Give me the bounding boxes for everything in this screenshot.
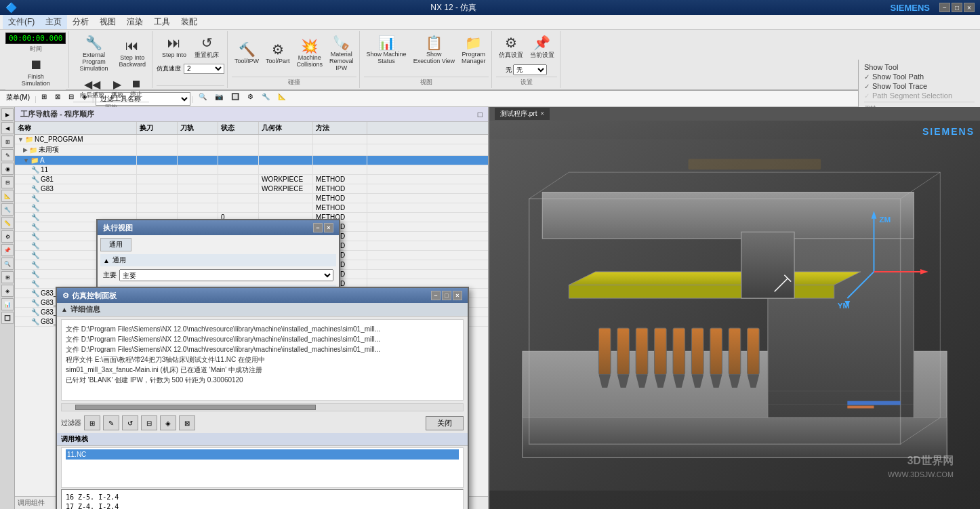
- details-expand-icon[interactable]: ▲: [61, 306, 68, 313]
- tb2-btn2[interactable]: ⊠: [52, 92, 64, 106]
- play-button[interactable]: ▶ 播放: [108, 76, 126, 102]
- left-btn4[interactable]: ✎: [1, 149, 14, 161]
- program-manager-button[interactable]: 📁 ProgramManager: [459, 33, 489, 66]
- table-row[interactable]: ▼ 📁 NC_PROGRAM: [15, 135, 488, 144]
- exec-dialog-close-button[interactable]: ×: [324, 223, 333, 232]
- view-btn4[interactable]: ⚙: [244, 92, 257, 106]
- table-row[interactable]: ▼ 📁 A: [15, 156, 488, 165]
- nav-close-button[interactable]: □: [478, 110, 483, 119]
- filter-btn-4[interactable]: ⊟: [141, 415, 157, 430]
- show-tool-path-item[interactable]: ✓ Show Tool Path: [864, 72, 975, 81]
- viewport-tab[interactable]: 测试程序.prt ×: [495, 108, 550, 120]
- left-btn5[interactable]: ◉: [1, 163, 14, 175]
- filter-btn-6[interactable]: ⊠: [179, 415, 195, 430]
- left-btn9[interactable]: 📏: [1, 217, 14, 229]
- log-scrollbar-thumb[interactable]: [75, 405, 316, 410]
- nc-file-item[interactable]: 11.NC: [66, 449, 459, 460]
- filter-btn-3[interactable]: ↺: [122, 415, 138, 430]
- view-btn6[interactable]: 📐: [274, 92, 289, 106]
- left-btn13[interactable]: ⊞: [1, 271, 14, 283]
- material-removal-button[interactable]: 🪚 MaterialRemovalIPW: [327, 33, 356, 73]
- menu-file[interactable]: 文件(F): [3, 15, 40, 29]
- log-area: 文件 D:\Program Files\Siemens\NX 12.0\mach…: [61, 319, 464, 401]
- show-exec-view-button[interactable]: 📋 ShowExecution View: [411, 33, 457, 66]
- viewport: 测试程序.prt ×: [489, 107, 980, 509]
- exec-dialog-minimize-button[interactable]: −: [313, 223, 323, 232]
- svg-rect-31: [741, 232, 794, 298]
- tool-part-button[interactable]: ⚙ Tool/Part: [263, 39, 293, 66]
- view-btn5[interactable]: 🔧: [258, 92, 273, 106]
- row-name-unused: ▶ 📁 未用项: [15, 144, 137, 155]
- left-btn3[interactable]: ⊞: [1, 136, 14, 148]
- left-btn16[interactable]: 🔲: [1, 312, 14, 324]
- menu-tools[interactable]: 工具: [148, 15, 176, 29]
- no-selector[interactable]: 无: [513, 64, 547, 75]
- path-segment-item[interactable]: ✓ Path Segment Selection: [864, 91, 975, 100]
- left-btn14[interactable]: ◈: [1, 285, 14, 297]
- details-header: ▲ 详细信息: [57, 303, 468, 317]
- ctrl-dialog-buttons[interactable]: − □ ×: [431, 291, 462, 300]
- exec-dropdown[interactable]: 主要: [119, 269, 333, 281]
- left-btn6[interactable]: ⊟: [1, 176, 14, 188]
- show-tool-trace-item[interactable]: ✓ Show Tool Trace: [864, 81, 975, 91]
- step-backward-button[interactable]: ⏮ Step IntoBackward: [115, 36, 149, 70]
- left-btn12[interactable]: 🔍: [1, 258, 14, 270]
- external-program-button[interactable]: 🔧 External ProgramSimulation: [73, 33, 114, 75]
- finish-simulation-button[interactable]: ⏹ FinishSimulation: [18, 55, 54, 89]
- viewport-content[interactable]: ZM YM 3D世界网 WWW.3DSJW.COM: [489, 121, 980, 509]
- material-removal-label: MaterialRemovalIPW: [329, 51, 354, 71]
- left-btn2[interactable]: ◀: [1, 122, 14, 134]
- machine-collisions-button[interactable]: 💥 MachineCollisions: [294, 36, 326, 70]
- table-row[interactable]: 🔧 METHOD: [15, 203, 488, 213]
- left-btn15[interactable]: 📊: [1, 298, 14, 310]
- view-btn2[interactable]: 📷: [211, 92, 226, 106]
- exec-main-row: 主要 主要: [100, 268, 336, 283]
- left-btn1[interactable]: ▶: [1, 108, 14, 121]
- table-row[interactable]: 🔧 11: [15, 165, 488, 175]
- minimize-button[interactable]: −: [939, 3, 950, 12]
- sim-settings-button[interactable]: ⚙ 仿真设置: [496, 33, 526, 62]
- filter-btn-5[interactable]: ◈: [160, 415, 176, 430]
- menu-analysis[interactable]: 分析: [67, 15, 94, 29]
- maximize-button[interactable]: □: [952, 3, 962, 12]
- table-row[interactable]: 🔧 G83 WORKPIECE METHOD: [15, 184, 488, 194]
- ctrl-close-main-button[interactable]: 关闭: [426, 416, 464, 430]
- exec-dialog-buttons[interactable]: − ×: [313, 223, 333, 232]
- table-row[interactable]: 🔧 METHOD: [15, 194, 488, 203]
- ctrl-close-button[interactable]: ×: [453, 291, 462, 300]
- window-controls[interactable]: SIEMENS − □ ×: [890, 3, 975, 13]
- reset-machine-button[interactable]: ↺ 重置机床: [191, 33, 222, 61]
- view-btn3[interactable]: 🔲: [228, 92, 243, 106]
- left-btn10[interactable]: ⚙: [1, 230, 14, 243]
- step-back-icon: ⏮: [125, 38, 139, 54]
- ctrl-maximize-button[interactable]: □: [442, 291, 451, 300]
- path-segment-label: Path Segment Selection: [872, 91, 952, 100]
- menu-m-button[interactable]: 菜单(M): [3, 92, 33, 106]
- current-settings-button[interactable]: 📌 当前设置: [527, 33, 557, 62]
- close-button[interactable]: ×: [964, 3, 975, 12]
- menu-view[interactable]: 视图: [94, 15, 121, 29]
- tool-row: 🔨 Tool/IPW ⚙ Tool/Part 💥 MachineCollisio…: [232, 33, 356, 73]
- filter-btn-1[interactable]: ⊞: [84, 415, 100, 430]
- menu-home[interactable]: 主页: [40, 15, 67, 29]
- go-back-button[interactable]: ◀◀ 向后播放: [77, 76, 107, 102]
- left-btn11[interactable]: 📌: [1, 244, 14, 256]
- speed-selector[interactable]: 2: [184, 64, 224, 74]
- step-into-button[interactable]: ⏭ Step Into: [159, 33, 190, 61]
- table-row[interactable]: 🔧 G81 WORKPIECE METHOD: [15, 175, 488, 184]
- table-row[interactable]: ▶ 📁 未用项: [15, 144, 488, 156]
- left-btn8[interactable]: 🔧: [1, 203, 14, 216]
- tool-ipw-button[interactable]: 🔨 Tool/IPW: [232, 39, 262, 66]
- menu-assembly[interactable]: 装配: [176, 15, 203, 29]
- ctrl-minimize-button[interactable]: −: [431, 291, 441, 300]
- log-scrollbar[interactable]: [61, 403, 464, 411]
- left-btn7[interactable]: 📐: [1, 190, 14, 202]
- menu-render[interactable]: 渲染: [121, 15, 148, 29]
- show-machine-status-button[interactable]: 📊 Show MachineStatus: [364, 33, 409, 66]
- exec-tab-general[interactable]: 通用: [100, 238, 131, 251]
- viewport-tab-close-button[interactable]: ×: [540, 110, 544, 117]
- tb2-btn1[interactable]: ⊞: [38, 92, 50, 106]
- filter-btn-2[interactable]: ✎: [103, 415, 119, 430]
- view-btn1[interactable]: 🔍: [195, 92, 210, 106]
- stop-button[interactable]: ⏹ 停止: [127, 76, 145, 101]
